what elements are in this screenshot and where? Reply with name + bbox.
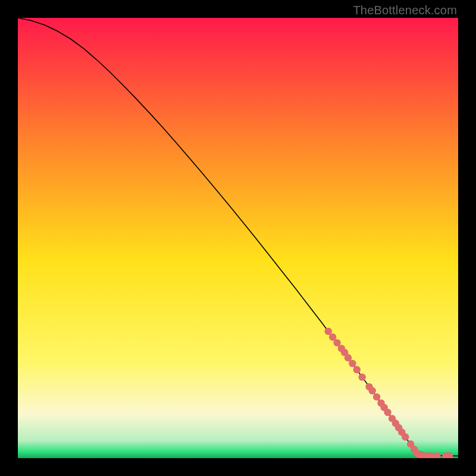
data-marker — [402, 433, 409, 440]
watermark-text: TheBottleneck.com — [353, 4, 457, 17]
data-marker — [349, 360, 356, 367]
chart-svg — [18, 18, 458, 458]
data-marker — [353, 366, 361, 373]
data-marker — [384, 409, 391, 416]
data-marker — [369, 387, 376, 394]
gradient-background — [18, 18, 458, 458]
data-marker — [358, 374, 365, 381]
data-marker — [373, 393, 380, 400]
chart-frame — [18, 18, 458, 458]
